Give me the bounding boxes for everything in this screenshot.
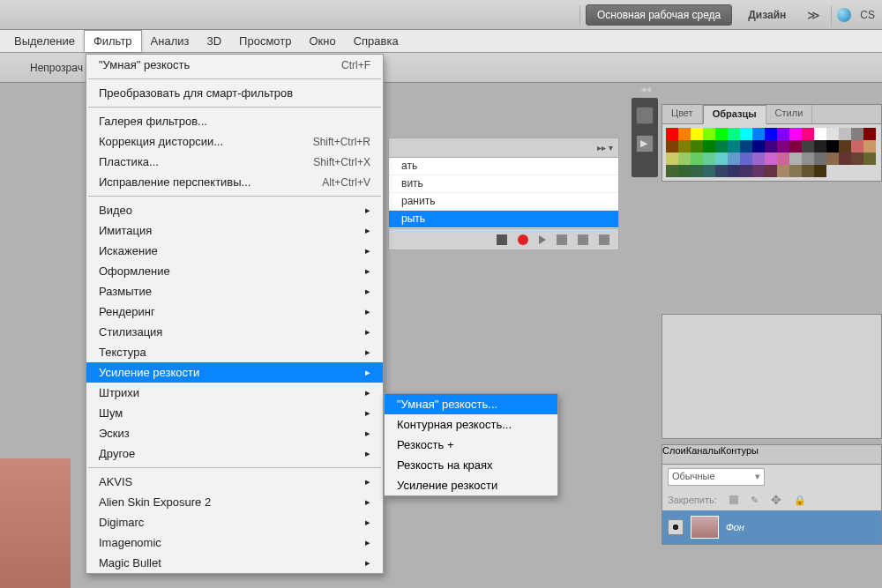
trash-icon[interactable] [599,234,609,245]
swatch[interactable] [703,153,715,165]
action-item[interactable]: вить [389,175,618,193]
swatch[interactable] [814,165,826,177]
swatch[interactable] [863,128,876,140]
swatch[interactable] [765,128,777,140]
swatch[interactable] [863,153,876,165]
document-thumbnail[interactable] [0,458,71,588]
swatch[interactable] [777,140,789,153]
swatch[interactable] [728,140,740,153]
action-item[interactable]: ранить [389,193,618,211]
layer-row[interactable]: Фон [662,510,881,544]
swatch[interactable] [728,153,740,165]
swatch[interactable] [826,153,839,165]
menu-help[interactable]: Справка [345,31,407,51]
swatch[interactable] [826,128,839,140]
swatch[interactable] [851,153,863,165]
swatch[interactable] [765,153,777,165]
swatch[interactable] [752,140,765,153]
menu-liquify[interactable]: Пластика... Shift+Ctrl+X [86,152,383,172]
swatch[interactable] [691,140,703,153]
swatch[interactable] [666,165,678,177]
swatch[interactable] [802,165,814,177]
record-icon[interactable] [518,234,528,245]
swatch[interactable] [691,128,703,140]
swatch[interactable] [789,128,802,140]
swatch[interactable] [678,128,691,140]
swatch[interactable] [728,165,740,177]
swatch[interactable] [802,153,814,165]
swatch[interactable] [678,165,691,177]
menu-imagenomic[interactable]: Imagenomic [86,532,383,553]
tab-color[interactable]: Цвет [662,105,703,123]
menu-convert-smart[interactable]: Преобразовать для смарт-фильтров [86,83,383,103]
swatch[interactable] [789,140,802,153]
visibility-toggle-icon[interactable] [668,519,684,535]
swatch[interactable] [839,128,851,140]
swatch[interactable] [678,140,691,153]
new-action-icon[interactable] [578,234,588,245]
menu-artistic[interactable]: Имитация [86,220,383,241]
lock-brush-icon[interactable]: ✎ [751,495,759,506]
action-item[interactable]: рыть [389,211,618,228]
submenu-smart-sharpen[interactable]: "Умная" резкость... [385,394,557,414]
swatch[interactable] [814,128,826,140]
menu-lens-correction[interactable]: Коррекция дисторсии... Shift+Ctrl+R [86,131,383,152]
menu-distort[interactable]: Искажение [86,241,383,261]
swatch[interactable] [740,128,752,140]
swatch[interactable] [814,153,826,165]
cs-live-icon[interactable] [837,8,851,22]
tab-styles[interactable]: Стили [766,105,813,123]
action-item[interactable]: ать [389,158,618,175]
menu-noise[interactable]: Шум [86,403,383,423]
swatch[interactable] [851,128,863,140]
swatch[interactable] [740,165,752,177]
swatch[interactable] [678,153,691,165]
menu-akvis[interactable]: AKVIS [86,472,383,492]
swatch[interactable] [752,165,765,177]
lock-position-icon[interactable]: ✥ [771,493,781,507]
swatch[interactable] [826,140,839,153]
swatch[interactable] [715,153,728,165]
swatch[interactable] [789,153,802,165]
panel-menu-icon[interactable]: ▸▸ ▾ [597,143,613,153]
menu-analysis[interactable]: Анализ [142,31,198,51]
menu-other[interactable]: Другое [86,443,383,464]
swatch[interactable] [740,153,752,165]
menu-selection[interactable]: Выделение [5,31,84,51]
collapsed-dock[interactable]: ▶ [632,98,658,177]
menu-sharpen[interactable]: Усиление резкости [86,362,383,383]
stop-icon[interactable] [497,234,507,245]
swatch[interactable] [851,140,863,153]
menu-3d[interactable]: 3D [198,31,230,51]
lock-transparency-icon[interactable] [729,495,738,504]
menu-pixelate[interactable]: Оформление [86,261,383,281]
menu-texture[interactable]: Текстура [86,342,383,362]
swatch[interactable] [715,128,728,140]
swatch[interactable] [691,153,703,165]
menu-magic-bullet[interactable]: Magic Bullet [86,553,383,573]
menu-last-filter[interactable]: "Умная" резкость Ctrl+F [86,55,383,75]
swatch[interactable] [666,128,678,140]
menu-stylize[interactable]: Стилизация [86,322,383,342]
dock-icon[interactable]: ▶ [636,135,654,153]
swatch[interactable] [777,128,789,140]
swatch[interactable] [863,140,876,153]
menu-vanishing-point[interactable]: Исправление перспективы... Alt+Ctrl+V [86,172,383,192]
design-button[interactable]: Дизайн [737,4,796,26]
swatch[interactable] [740,140,752,153]
submenu-sharpen[interactable]: Усиление резкости [385,475,557,495]
swatch[interactable] [777,165,789,177]
swatch[interactable] [839,153,851,165]
submenu-sharpen-edges[interactable]: Резкость на краях [385,455,557,475]
lock-all-icon[interactable]: 🔒 [794,495,806,506]
swatch[interactable] [703,140,715,153]
swatch[interactable] [715,140,728,153]
menu-blur[interactable]: Размытие [86,281,383,301]
more-workspaces-icon[interactable]: ≫ [802,8,826,22]
menu-window[interactable]: Окно [300,31,344,51]
tab-channels[interactable]: Каналы [686,445,721,464]
tab-swatches[interactable]: Образцы [703,105,766,124]
menu-brush-strokes[interactable]: Штрихи [86,383,383,403]
menu-alien-skin[interactable]: Alien Skin Exposure 2 [86,492,383,512]
swatch[interactable] [752,128,765,140]
